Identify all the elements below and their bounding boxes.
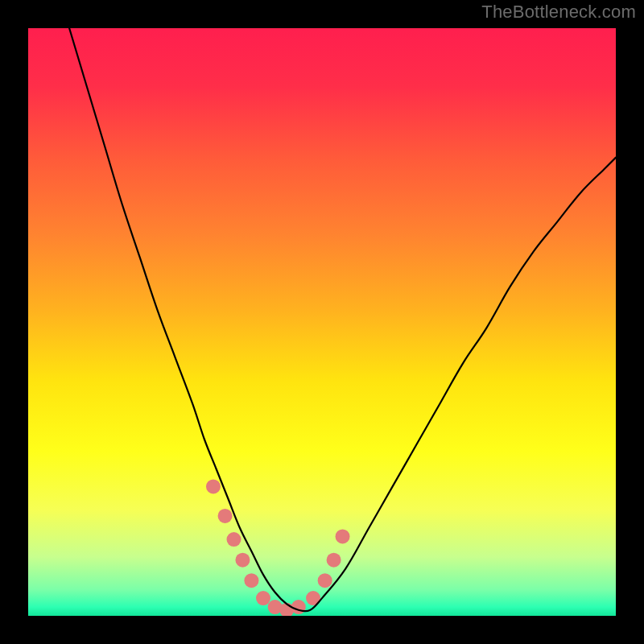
plot-area xyxy=(28,28,616,616)
highlight-dot xyxy=(235,553,250,568)
highlight-dot xyxy=(256,591,270,605)
highlight-dot xyxy=(227,532,242,547)
highlight-dot xyxy=(336,529,350,543)
highlight-dot xyxy=(318,573,332,588)
gradient-background xyxy=(28,28,616,616)
highlight-dot xyxy=(218,509,233,523)
highlight-dot xyxy=(206,479,221,493)
highlight-dot xyxy=(291,600,306,614)
watermark-text: TheBottleneck.com xyxy=(481,2,636,23)
plot-svg xyxy=(28,28,616,616)
highlight-dot xyxy=(327,553,341,568)
highlight-dot xyxy=(244,573,258,588)
chart-frame: TheBottleneck.com xyxy=(0,0,644,644)
